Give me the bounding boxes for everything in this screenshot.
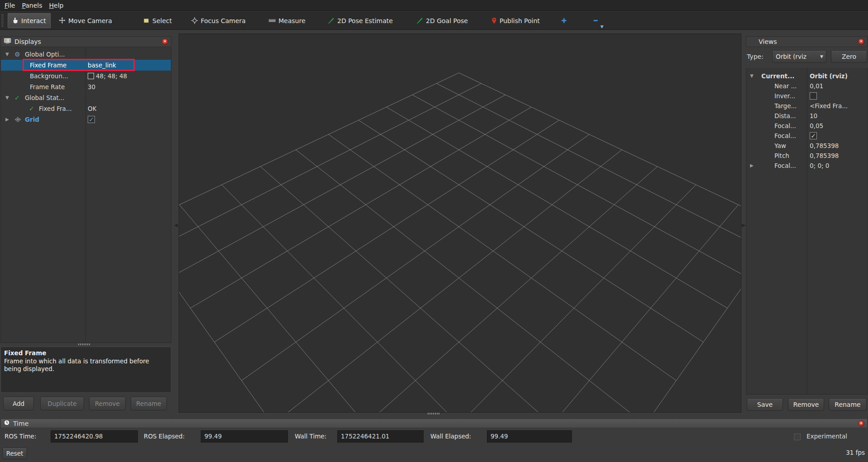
displays-icon — [4, 38, 11, 46]
chevron-down-icon: ▼ — [820, 51, 823, 62]
3d-viewport[interactable] — [179, 33, 741, 413]
property-checkbox[interactable]: ✓ — [810, 132, 817, 139]
zero-button[interactable]: Zero — [831, 50, 867, 63]
save-view-button[interactable]: Save — [747, 398, 783, 411]
display-row-global-stat-[interactable]: ▼✓Global Stat... — [1, 92, 171, 103]
view-row-current-[interactable]: ▼Current...Orbit (rviz) — [746, 71, 867, 81]
pin-icon — [491, 17, 497, 24]
color-swatch[interactable] — [88, 73, 94, 79]
remove-tool-caret-icon[interactable]: ▼ — [600, 24, 604, 29]
close-icon[interactable]: ✕ — [858, 38, 864, 45]
tool-interact[interactable]: Interact — [7, 13, 51, 29]
reset-button[interactable]: Reset — [2, 448, 27, 459]
view-row-focal-[interactable]: ▶Focal...0; 0; 0 — [746, 161, 867, 171]
expander-down-icon[interactable]: ▼ — [750, 71, 754, 81]
views-tree[interactable]: ▼Current...Orbit (rviz)Near ...0,01Inver… — [746, 68, 868, 395]
toolbar: InteractMove CameraSelectFocus CameraMea… — [0, 11, 868, 30]
display-row-frame-rate[interactable]: Frame Rate30 — [1, 81, 171, 92]
property-value[interactable]: 0,05 — [810, 121, 823, 131]
experimental-checkbox[interactable] — [794, 433, 801, 440]
toolbar-grip[interactable] — [1, 14, 4, 27]
viewport-splitter-handle[interactable] — [428, 413, 439, 414]
property-label: Targe... — [774, 101, 797, 111]
property-value[interactable]: 0,01 — [810, 81, 823, 91]
display-row-grid[interactable]: ▶Grid✓ — [1, 114, 171, 125]
property-value[interactable]: OK — [88, 103, 96, 114]
view-row-focal-[interactable]: Focal...✓ — [746, 131, 867, 141]
close-icon[interactable]: ✕ — [162, 38, 168, 45]
minus-icon — [592, 17, 599, 24]
ros-time-field[interactable]: 1752246420.98 — [51, 430, 138, 443]
tool-select[interactable]: Select — [143, 11, 172, 30]
remove-view-button[interactable]: Remove — [788, 398, 824, 411]
displays-panel-title: Displays — [14, 38, 41, 45]
menu-help[interactable]: Help — [49, 2, 64, 9]
property-value[interactable]: 30 — [88, 81, 95, 92]
displays-panel-header[interactable]: Displays ✕ — [0, 36, 171, 47]
displays-tree[interactable]: ▼⚙Global Opti...Fixed Framebase_linkBack… — [0, 47, 171, 343]
display-row-fixed-fra-[interactable]: ✓Fixed Fra...OK — [1, 103, 171, 114]
expander-right-icon[interactable]: ▶ — [5, 114, 9, 125]
enabled-checkbox[interactable]: ✓ — [88, 116, 95, 123]
tool-2d-pose-estimate[interactable]: 2D Pose Estimate — [328, 11, 393, 30]
wall-time-field[interactable]: 1752246421.01 — [337, 430, 424, 443]
property-value[interactable]: 48; 48; 48 — [96, 71, 127, 81]
property-value[interactable]: 0,785398 — [810, 151, 839, 161]
time-panel-header[interactable]: Time ✕ — [0, 419, 868, 428]
green-arrow-icon — [416, 17, 423, 24]
views-panel-header[interactable]: Views ✕ — [746, 36, 868, 47]
tool-publish-point[interactable]: Publish Point — [491, 11, 540, 30]
property-value[interactable]: 10 — [810, 111, 817, 121]
property-label: Current... — [761, 71, 794, 81]
property-value[interactable]: <Fixed Fra... — [810, 101, 848, 111]
tool-measure[interactable]: Measure — [269, 11, 306, 30]
add-tool-button[interactable] — [561, 11, 567, 30]
view-type-dropdown[interactable]: Orbit (rviz ▼ — [772, 50, 826, 63]
check-icon: ✓ — [14, 92, 20, 103]
gear-icon: ⚙ — [14, 49, 20, 60]
expander-down-icon[interactable]: ▼ — [5, 92, 9, 103]
grid-3d — [179, 34, 741, 412]
property-value[interactable]: Orbit (rviz) — [810, 71, 848, 81]
view-row-targe-[interactable]: Targe...<Fixed Fra... — [746, 101, 867, 111]
view-row-near-[interactable]: Near ...0,01 — [746, 81, 867, 91]
rename-view-button[interactable]: Rename — [829, 398, 867, 411]
wall-time-label: Wall Time: — [295, 430, 326, 443]
ros-elapsed-field[interactable]: 99.49 — [201, 430, 288, 443]
tool-move-camera[interactable]: Move Camera — [59, 11, 112, 30]
fps-counter: 31 fps — [846, 449, 865, 456]
clock-icon — [4, 419, 10, 427]
view-row-pitch[interactable]: Pitch0,785398 — [746, 151, 867, 161]
property-value[interactable]: 0,785398 — [810, 141, 839, 151]
ros-time-label: ROS Time: — [5, 430, 36, 443]
add-button[interactable]: Add — [3, 397, 34, 410]
view-row-inver-[interactable]: Inver... — [746, 91, 867, 101]
collapse-left-arrow-icon[interactable]: ◀ — [174, 222, 178, 228]
property-label: Fixed Fra... — [39, 103, 72, 114]
expander-right-icon[interactable]: ▶ — [750, 161, 754, 171]
view-row-focal-[interactable]: Focal...0,05 — [746, 121, 867, 131]
view-row-yaw[interactable]: Yaw0,785398 — [746, 141, 867, 151]
property-label: Focal... — [774, 121, 796, 131]
display-row-backgroun-[interactable]: Backgroun...48; 48; 48 — [1, 71, 171, 81]
description-title: Fixed Frame — [4, 349, 168, 357]
ruler-icon — [269, 18, 276, 24]
property-checkbox[interactable] — [810, 92, 817, 100]
view-row-dista-[interactable]: Dista...10 — [746, 111, 867, 121]
close-icon[interactable]: ✕ — [858, 420, 864, 427]
expander-down-icon[interactable]: ▼ — [5, 49, 9, 60]
property-label: Grid — [25, 114, 39, 125]
property-label: Frame Rate — [30, 81, 65, 92]
tool-focus-camera[interactable]: Focus Camera — [191, 11, 245, 30]
property-description: Fixed Frame Frame into which all data is… — [0, 347, 171, 393]
property-value[interactable]: 0; 0; 0 — [810, 161, 829, 171]
menu-file[interactable]: File — [5, 2, 15, 9]
collapse-right-arrow-icon[interactable]: ▶ — [742, 222, 745, 228]
wall-elapsed-field[interactable]: 99.49 — [487, 430, 572, 443]
views-panel-title: Views — [759, 38, 777, 45]
display-row-global-opti-[interactable]: ▼⚙Global Opti... — [1, 49, 171, 60]
remove-tool-button[interactable] — [592, 11, 599, 30]
menu-panels[interactable]: Panels — [22, 2, 42, 9]
tool-2d-goal-pose[interactable]: 2D Goal Pose — [416, 11, 468, 30]
splitter-handle[interactable] — [78, 343, 90, 345]
